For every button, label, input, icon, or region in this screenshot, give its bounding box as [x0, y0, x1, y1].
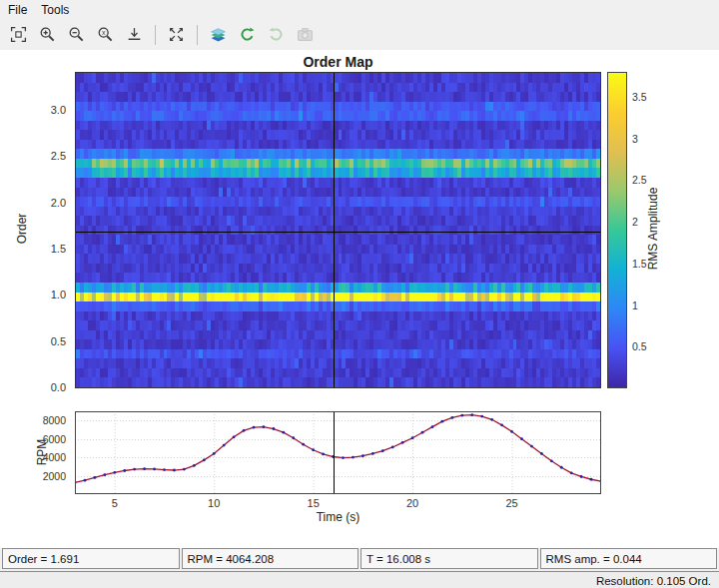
scale-xy-icon [168, 26, 185, 43]
ordermap-y-tick: 0.5 [51, 335, 66, 347]
rpm-x-tick: 15 [301, 497, 327, 509]
toolbar-separator [155, 25, 156, 45]
rotate-ccw-icon [239, 26, 256, 43]
snapshot-button [292, 21, 319, 48]
zoom-out-button[interactable] [63, 21, 90, 48]
scale-xy-button[interactable] [163, 21, 190, 48]
rotate-ccw-button[interactable] [234, 21, 261, 48]
rpm-x-tick: 5 [102, 497, 128, 509]
ordermap-y-tick: 1.5 [51, 243, 66, 255]
ordermap-y-axis: 0.00.51.01.52.02.53.0 [26, 72, 70, 388]
zoom-out-icon [68, 26, 85, 43]
status-order: Order = 1.691 [2, 548, 180, 569]
colorbar [607, 72, 627, 388]
rpm-x-tick: 20 [399, 497, 425, 509]
colorbar-tick: 3.5 [632, 91, 647, 103]
rpm-y-axis: 2000400060008000 [26, 411, 70, 494]
toolbar: x [0, 19, 719, 51]
resolution-label: Resolution: 0.105 Ord. [596, 575, 711, 587]
colormap-icon [210, 26, 227, 43]
rotate-cw-button [263, 21, 290, 48]
menu-tools[interactable]: Tools [41, 3, 69, 17]
order-map-plot[interactable] [75, 72, 601, 388]
fit-to-view-icon [10, 26, 27, 43]
figure-area: Order Map Order 0.00.51.01.52.02.53.0 0.… [0, 50, 719, 548]
rpm-xlabel: Time (s) [75, 510, 601, 524]
ordermap-y-tick: 2.5 [51, 150, 66, 162]
colorbar-tick: 1.5 [632, 258, 647, 270]
colorbar-tick: 2 [632, 216, 638, 228]
menu-file[interactable]: File [8, 3, 27, 17]
colorbar-tick: 3 [632, 133, 638, 145]
fit-to-view-button[interactable] [5, 21, 32, 48]
rpm-y-tick: 8000 [43, 414, 66, 426]
rpm-y-tick: 6000 [43, 433, 66, 445]
fit-y-button[interactable] [121, 21, 148, 48]
status-bar: Order = 1.691 RPM = 4064.208 T = 16.008 … [0, 548, 719, 569]
ordermap-y-tick: 0.0 [51, 381, 66, 393]
toolbar-separator [197, 25, 198, 45]
order-map-heatmap[interactable] [76, 73, 600, 387]
app-window: File Tools x Order Map Order 0.00.51.01.… [0, 0, 719, 588]
rpm-x-tick: 10 [201, 497, 227, 509]
status-rpm: RPM = 4064.208 [182, 548, 360, 569]
status-time: T = 16.008 s [360, 548, 538, 569]
svg-text:x: x [102, 29, 106, 36]
colorbar-tick: 0.5 [632, 340, 647, 352]
rpm-x-axis: 510152025 [75, 497, 601, 511]
fit-y-icon [126, 26, 143, 43]
rpm-profile-plot[interactable] [75, 411, 601, 494]
snapshot-icon [297, 26, 314, 43]
rpm-y-tick: 2000 [43, 470, 66, 482]
ordermap-y-tick: 1.0 [51, 289, 66, 300]
rpm-profile-chart[interactable] [75, 411, 601, 494]
chart-title: Order Map [75, 54, 601, 70]
ordermap-y-tick: 3.0 [51, 104, 66, 116]
crosshair-vertical-line[interactable] [334, 73, 335, 387]
menu-bar: File Tools [0, 0, 719, 19]
colorbar-tick: 2.5 [632, 174, 647, 186]
colorbar-tick: 1 [632, 299, 638, 311]
rpm-x-tick: 25 [499, 497, 525, 509]
zoom-x-button[interactable]: x [92, 21, 119, 48]
rotate-cw-icon [268, 26, 285, 43]
zoom-x-icon: x [97, 26, 114, 43]
ordermap-y-tick: 2.0 [51, 197, 66, 209]
crosshair-horizontal-line[interactable] [76, 232, 600, 233]
zoom-in-icon [39, 26, 56, 43]
rpm-y-tick: 4000 [43, 451, 66, 463]
colorbar-label: RMS Amplitude [646, 188, 660, 271]
footer-bar: Resolution: 0.105 Ord. [0, 571, 719, 588]
zoom-in-button[interactable] [34, 21, 61, 48]
status-rms: RMS amp. = 0.044 [540, 548, 718, 569]
colormap-button[interactable] [205, 21, 232, 48]
